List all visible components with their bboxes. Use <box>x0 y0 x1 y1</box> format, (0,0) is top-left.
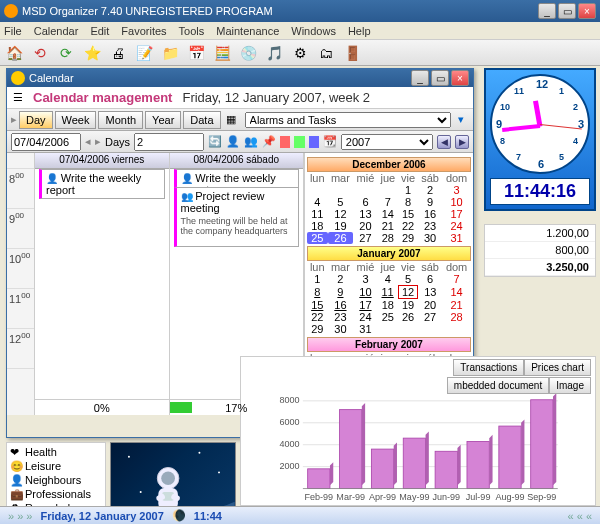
music-icon[interactable]: 🎵 <box>264 43 284 63</box>
menu-file[interactable]: File <box>4 25 22 37</box>
svg-text:8000: 8000 <box>280 395 300 405</box>
minimize-button[interactable]: _ <box>538 3 556 19</box>
cal-close-button[interactable]: × <box>451 70 469 86</box>
home-icon[interactable]: 🏠 <box>4 43 24 63</box>
day-column-1: 07/04/2006 viernes 👤 Write the weekly re… <box>35 153 170 415</box>
money-value: 3.250,00 <box>485 259 595 276</box>
group-icon[interactable]: 👥 <box>244 134 258 150</box>
menu-help[interactable]: Help <box>348 25 371 37</box>
person-add-icon[interactable]: 👤 <box>226 134 240 150</box>
tab-transactions[interactable]: Transactions <box>453 359 524 376</box>
date-prev-icon[interactable]: ◂ <box>85 135 91 148</box>
color3-icon[interactable] <box>309 136 319 148</box>
forward-icon[interactable]: ⟳ <box>56 43 76 63</box>
list-icon[interactable]: ☰ <box>13 91 23 104</box>
calendar-mgmt-label: Calendar management <box>33 90 172 105</box>
calc-icon[interactable]: 🧮 <box>212 43 232 63</box>
pin-icon[interactable]: 📌 <box>262 134 276 150</box>
cards-icon[interactable]: 🗂 <box>316 43 336 63</box>
dropdown-icon[interactable]: ▾ <box>453 112 469 128</box>
status-date: Friday, 12 January 2007 <box>40 510 163 522</box>
menu-favorites[interactable]: Favorites <box>121 25 166 37</box>
color1-icon[interactable] <box>280 136 290 148</box>
edit-icon[interactable]: 📝 <box>134 43 154 63</box>
favorite-icon[interactable]: ⭐ <box>82 43 102 63</box>
svg-rect-26 <box>371 449 393 488</box>
folder-icon[interactable]: 📁 <box>160 43 180 63</box>
calendar-window-title: Calendar <box>29 72 411 84</box>
tab-prices[interactable]: Prices chart <box>524 359 591 376</box>
calendar-titlebar[interactable]: Calendar _ ▭ × <box>7 69 473 87</box>
list-item[interactable]: 😊Leisure <box>9 459 103 473</box>
svg-rect-32 <box>435 451 457 488</box>
year-select[interactable]: 2007 <box>341 134 433 150</box>
svg-text:Aug-99: Aug-99 <box>495 492 524 502</box>
view-year-button[interactable]: Year <box>145 111 181 129</box>
print-icon[interactable]: 🖨 <box>108 43 128 63</box>
collapse-icon[interactable]: ▸ <box>11 113 17 126</box>
view-week-button[interactable]: Week <box>55 111 97 129</box>
date-next-icon[interactable]: ▸ <box>95 135 101 148</box>
days-input[interactable] <box>134 133 204 151</box>
event-item[interactable]: 👤 Write the weekly report <box>39 169 165 199</box>
list-item[interactable]: 💼Professionals <box>9 487 103 501</box>
svg-rect-20 <box>308 469 330 489</box>
refresh-icon[interactable]: 🔄 <box>208 134 222 150</box>
svg-text:Sep-99: Sep-99 <box>527 492 556 502</box>
day1-events[interactable]: 👤 Write the weekly report <box>35 169 169 399</box>
menu-tools[interactable]: Tools <box>179 25 205 37</box>
minical-dec-grid[interactable]: lunmarmiéjueviesábdom 123 45678910 11121… <box>307 172 471 244</box>
money-panel: 1.200,00 800,00 3.250,00 <box>484 224 596 277</box>
disc-icon[interactable]: 💿 <box>238 43 258 63</box>
status-bar: » » » Friday, 12 January 2007 🌘 11:44 « … <box>0 506 600 524</box>
year-prev-icon[interactable]: ◀ <box>437 135 451 149</box>
cal-minimize-button[interactable]: _ <box>411 70 429 86</box>
view-toolbar: ▸ Day Week Month Year Data ▦ Alarms and … <box>7 109 473 131</box>
svg-text:May-99: May-99 <box>399 492 429 502</box>
menu-windows[interactable]: Windows <box>291 25 336 37</box>
svg-rect-39 <box>521 419 524 485</box>
view-month-button[interactable]: Month <box>98 111 143 129</box>
hour-8: 800 <box>7 169 34 209</box>
back-icon[interactable]: ⟲ <box>30 43 50 63</box>
money-value: 800,00 <box>485 242 595 259</box>
person-icon: 👤 <box>10 474 22 486</box>
view-day-button[interactable]: Day <box>19 111 53 129</box>
second-hand <box>540 124 582 129</box>
smile-icon: 😊 <box>10 460 22 472</box>
minical-jan: January 2007 lunmarmiéjueviesábdom 12345… <box>307 246 471 335</box>
date-input[interactable] <box>11 133 81 151</box>
svg-rect-27 <box>394 443 397 486</box>
minical-jan-grid[interactable]: lunmarmiéjueviesábdom 1234567 8910111213… <box>307 261 471 335</box>
main-toolbar: 🏠 ⟲ ⟳ ⭐ 🖨 📝 📁 📅 🧮 💿 🎵 ⚙ 🗂 🚪 <box>0 40 600 66</box>
main-titlebar: MSD Organizer 7.40 UNREGISTERED PROGRAM … <box>0 0 600 22</box>
exit-icon[interactable]: 🚪 <box>342 43 362 63</box>
list-item[interactable]: 👤Neighbours <box>9 473 103 487</box>
year-next-icon[interactable]: ▶ <box>455 135 469 149</box>
grid-icon[interactable]: ▦ <box>223 112 239 128</box>
svg-text:Jul-99: Jul-99 <box>466 492 491 502</box>
filter-select[interactable]: Alarms and Tasks <box>245 112 451 128</box>
minute-hand <box>502 124 540 132</box>
menu-edit[interactable]: Edit <box>90 25 109 37</box>
cal-maximize-button[interactable]: ▭ <box>431 70 449 86</box>
view-data-button[interactable]: Data <box>183 111 220 129</box>
menu-maintenance[interactable]: Maintenance <box>216 25 279 37</box>
today-icon[interactable]: 📆 <box>323 134 337 150</box>
hour-10: 1000 <box>7 249 34 289</box>
svg-rect-41 <box>531 400 553 489</box>
tab-embedded-doc[interactable]: mbedded document <box>447 377 549 394</box>
maximize-button[interactable]: ▭ <box>558 3 576 19</box>
gear-icon[interactable]: ⚙ <box>290 43 310 63</box>
close-button[interactable]: × <box>578 3 596 19</box>
tab-image[interactable]: Image <box>549 377 591 394</box>
hour-12: 1200 <box>7 329 34 369</box>
svg-point-0 <box>128 456 130 458</box>
calendar-icon[interactable]: 📅 <box>186 43 206 63</box>
status-time: 11:44 <box>194 510 222 522</box>
menu-calendar[interactable]: Calendar <box>34 25 79 37</box>
color2-icon[interactable] <box>294 136 304 148</box>
list-item[interactable]: ❤Health <box>9 445 103 459</box>
event-item[interactable]: 👥 Project review meetingThe meeting will… <box>174 187 300 247</box>
briefcase-icon: 💼 <box>10 488 22 500</box>
